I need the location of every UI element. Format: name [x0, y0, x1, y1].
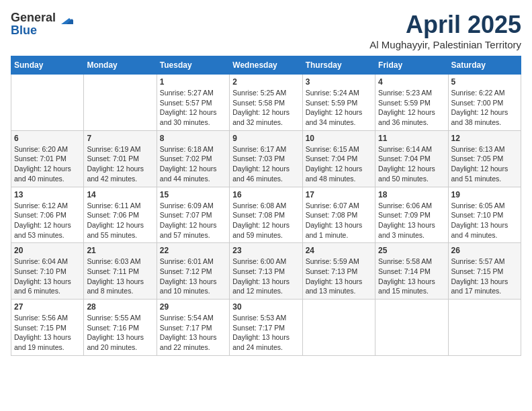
calendar-day-header: Friday — [375, 56, 448, 75]
day-number: 23 — [232, 246, 299, 255]
calendar-cell — [375, 300, 448, 356]
calendar-day-header: Thursday — [302, 56, 375, 75]
calendar-day-header: Wednesday — [230, 56, 302, 75]
day-info: Sunrise: 6:04 AM Sunset: 7:10 PM Dayligh… — [14, 257, 81, 296]
day-info: Sunrise: 6:07 AM Sunset: 7:08 PM Dayligh… — [306, 201, 372, 240]
day-number: 18 — [378, 190, 445, 199]
day-number: 27 — [14, 302, 81, 312]
day-number: 29 — [160, 302, 226, 312]
day-number: 4 — [378, 77, 445, 87]
day-number: 2 — [232, 77, 299, 87]
calendar-header-row: SundayMondayTuesdayWednesdayThursdayFrid… — [11, 56, 521, 75]
calendar-cell — [11, 75, 84, 131]
day-info: Sunrise: 6:11 AM Sunset: 7:06 PM Dayligh… — [87, 201, 153, 240]
day-number: 30 — [232, 302, 299, 312]
logo-general-text: General — [11, 11, 56, 25]
day-number: 5 — [451, 77, 518, 87]
day-info: Sunrise: 6:17 AM Sunset: 7:03 PM Dayligh… — [232, 144, 299, 184]
calendar-cell: 2Sunrise: 5:25 AM Sunset: 5:58 PM Daylig… — [230, 75, 302, 131]
calendar-week-row: 20Sunrise: 6:04 AM Sunset: 7:10 PM Dayli… — [11, 243, 521, 300]
day-number: 14 — [87, 190, 153, 199]
calendar-cell: 17Sunrise: 6:07 AM Sunset: 7:08 PM Dayli… — [302, 187, 375, 243]
day-number: 19 — [451, 190, 518, 199]
calendar-day-header: Sunday — [11, 56, 84, 75]
calendar-cell: 18Sunrise: 6:06 AM Sunset: 7:09 PM Dayli… — [375, 187, 448, 243]
day-number: 7 — [87, 134, 153, 143]
calendar-cell: 6Sunrise: 6:20 AM Sunset: 7:01 PM Daylig… — [11, 130, 84, 187]
calendar-cell: 30Sunrise: 5:53 AM Sunset: 7:17 PM Dayli… — [230, 300, 302, 356]
calendar-cell: 23Sunrise: 6:00 AM Sunset: 7:13 PM Dayli… — [230, 243, 302, 300]
calendar-cell: 13Sunrise: 6:12 AM Sunset: 7:06 PM Dayli… — [11, 187, 84, 243]
calendar-cell: 24Sunrise: 5:59 AM Sunset: 7:13 PM Dayli… — [302, 243, 375, 300]
day-info: Sunrise: 5:54 AM Sunset: 7:17 PM Dayligh… — [160, 313, 226, 353]
calendar-day-header: Saturday — [448, 56, 521, 75]
calendar-cell: 9Sunrise: 6:17 AM Sunset: 7:03 PM Daylig… — [230, 130, 302, 187]
day-number: 15 — [160, 190, 226, 199]
day-info: Sunrise: 6:01 AM Sunset: 7:12 PM Dayligh… — [160, 257, 226, 296]
calendar-cell — [448, 300, 521, 356]
day-info: Sunrise: 6:06 AM Sunset: 7:09 PM Dayligh… — [378, 201, 445, 240]
calendar-cell: 4Sunrise: 5:23 AM Sunset: 5:59 PM Daylig… — [375, 75, 448, 131]
day-number: 20 — [14, 246, 81, 255]
day-info: Sunrise: 5:57 AM Sunset: 7:15 PM Dayligh… — [451, 257, 518, 296]
day-number: 11 — [378, 134, 445, 143]
day-number: 6 — [14, 134, 81, 143]
calendar-cell: 12Sunrise: 6:13 AM Sunset: 7:05 PM Dayli… — [448, 130, 521, 187]
day-info: Sunrise: 6:14 AM Sunset: 7:04 PM Dayligh… — [378, 144, 445, 184]
logo-blue-text: Blue — [11, 24, 37, 38]
calendar-cell: 15Sunrise: 6:09 AM Sunset: 7:07 PM Dayli… — [157, 187, 229, 243]
day-info: Sunrise: 5:59 AM Sunset: 7:13 PM Dayligh… — [306, 257, 372, 296]
day-number: 24 — [306, 246, 372, 255]
day-number: 21 — [87, 246, 153, 255]
day-number: 16 — [232, 190, 299, 199]
day-number: 1 — [160, 77, 226, 87]
calendar-day-header: Tuesday — [157, 56, 229, 75]
day-info: Sunrise: 5:24 AM Sunset: 5:59 PM Dayligh… — [306, 88, 372, 128]
calendar-cell: 10Sunrise: 6:15 AM Sunset: 7:04 PM Dayli… — [302, 130, 375, 187]
day-info: Sunrise: 6:12 AM Sunset: 7:06 PM Dayligh… — [14, 201, 81, 240]
day-info: Sunrise: 6:05 AM Sunset: 7:10 PM Dayligh… — [451, 201, 518, 240]
day-number: 22 — [160, 246, 226, 255]
calendar-week-row: 13Sunrise: 6:12 AM Sunset: 7:06 PM Dayli… — [11, 187, 521, 243]
day-info: Sunrise: 6:08 AM Sunset: 7:08 PM Dayligh… — [232, 201, 299, 240]
day-number: 3 — [306, 77, 372, 87]
calendar-cell: 11Sunrise: 6:14 AM Sunset: 7:04 PM Dayli… — [375, 130, 448, 187]
day-info: Sunrise: 5:56 AM Sunset: 7:15 PM Dayligh… — [14, 313, 81, 353]
day-info: Sunrise: 6:03 AM Sunset: 7:11 PM Dayligh… — [87, 257, 153, 296]
day-number: 8 — [160, 134, 226, 143]
day-number: 10 — [306, 134, 372, 143]
logo: General Blue — [11, 11, 73, 38]
day-info: Sunrise: 5:55 AM Sunset: 7:16 PM Dayligh… — [87, 313, 153, 353]
day-info: Sunrise: 6:18 AM Sunset: 7:02 PM Dayligh… — [160, 144, 226, 184]
calendar-cell: 27Sunrise: 5:56 AM Sunset: 7:15 PM Dayli… — [11, 300, 84, 356]
calendar-cell: 25Sunrise: 5:58 AM Sunset: 7:14 PM Dayli… — [375, 243, 448, 300]
calendar-cell: 7Sunrise: 6:19 AM Sunset: 7:01 PM Daylig… — [84, 130, 157, 187]
day-info: Sunrise: 6:15 AM Sunset: 7:04 PM Dayligh… — [306, 144, 372, 184]
calendar-cell: 26Sunrise: 5:57 AM Sunset: 7:15 PM Dayli… — [448, 243, 521, 300]
calendar-table: SundayMondayTuesdayWednesdayThursdayFrid… — [11, 56, 521, 356]
day-number: 12 — [451, 134, 518, 143]
calendar-cell: 21Sunrise: 6:03 AM Sunset: 7:11 PM Dayli… — [84, 243, 157, 300]
day-number: 28 — [87, 302, 153, 312]
calendar-cell: 28Sunrise: 5:55 AM Sunset: 7:16 PM Dayli… — [84, 300, 157, 356]
day-info: Sunrise: 6:00 AM Sunset: 7:13 PM Dayligh… — [232, 257, 299, 296]
day-info: Sunrise: 5:53 AM Sunset: 7:17 PM Dayligh… — [232, 313, 299, 353]
calendar-cell: 14Sunrise: 6:11 AM Sunset: 7:06 PM Dayli… — [84, 187, 157, 243]
logo-icon — [57, 12, 73, 24]
calendar-day-header: Monday — [84, 56, 157, 75]
title-area: April 2025 Al Mughayyir, Palestinian Ter… — [369, 11, 521, 50]
day-info: Sunrise: 6:09 AM Sunset: 7:07 PM Dayligh… — [160, 201, 226, 240]
day-number: 17 — [306, 190, 372, 199]
day-number: 13 — [14, 190, 81, 199]
day-info: Sunrise: 6:19 AM Sunset: 7:01 PM Dayligh… — [87, 144, 153, 184]
calendar-cell: 20Sunrise: 6:04 AM Sunset: 7:10 PM Dayli… — [11, 243, 84, 300]
day-number: 25 — [378, 246, 445, 255]
calendar-cell: 1Sunrise: 5:27 AM Sunset: 5:57 PM Daylig… — [157, 75, 229, 131]
calendar-cell: 29Sunrise: 5:54 AM Sunset: 7:17 PM Dayli… — [157, 300, 229, 356]
subtitle: Al Mughayyir, Palestinian Territory — [369, 39, 521, 50]
day-info: Sunrise: 5:23 AM Sunset: 5:59 PM Dayligh… — [378, 88, 445, 128]
calendar-cell: 5Sunrise: 6:22 AM Sunset: 7:00 PM Daylig… — [448, 75, 521, 131]
day-number: 9 — [232, 134, 299, 143]
calendar-cell: 3Sunrise: 5:24 AM Sunset: 5:59 PM Daylig… — [302, 75, 375, 131]
page-header: General Blue April 2025 Al Mughayyir, Pa… — [11, 11, 521, 50]
